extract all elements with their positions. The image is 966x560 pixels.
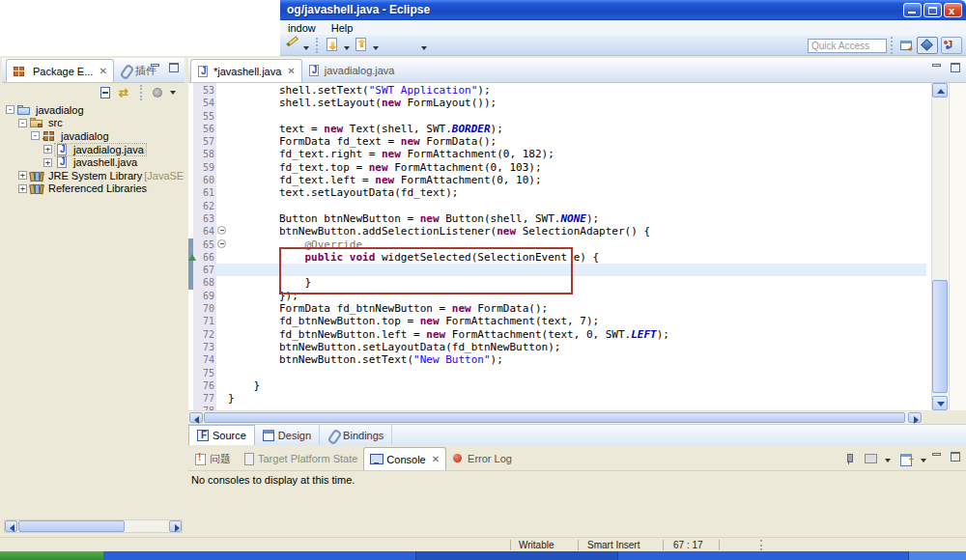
next-annotation-icon[interactable] xyxy=(325,37,341,53)
code-line-56: text = new Text(shell, SWT.BORDER); xyxy=(228,123,669,135)
windowbuilder-perspective-button[interactable] xyxy=(917,37,938,54)
link-with-editor-icon[interactable]: ⇄ xyxy=(118,87,132,99)
tree-item-javashell-java[interactable]: +Jjavashell.java xyxy=(2,155,185,169)
close-icon[interactable]: ✕ xyxy=(287,66,295,76)
maximize-view-icon[interactable] xyxy=(168,63,181,73)
annotation-pencil-icon[interactable] xyxy=(284,37,300,53)
previous-annotation-icon[interactable] xyxy=(354,37,370,53)
collapse-all-icon[interactable] xyxy=(99,87,113,99)
collapse-icon[interactable]: - xyxy=(18,119,27,127)
filters-gear-icon[interactable] xyxy=(151,87,165,99)
package-explorer-tab-label: Package E... xyxy=(33,66,93,77)
tab-target-platform-state[interactable]: Target Platform State xyxy=(237,447,363,470)
close-icon[interactable]: ✕ xyxy=(432,454,440,464)
tree-item-src[interactable]: -Jsrc xyxy=(2,117,185,130)
menu-help[interactable]: Help xyxy=(324,22,361,34)
expand-icon[interactable]: + xyxy=(43,158,52,167)
java-perspective-button[interactable]: J xyxy=(941,37,962,54)
package-explorer-tree: -Jjavadialog-Jsrc-Jjavadialog+Jjavadialo… xyxy=(2,103,185,518)
windows-taskbar xyxy=(0,551,966,560)
view-menu-icon[interactable] xyxy=(170,91,176,95)
expand-icon[interactable]: + xyxy=(43,145,52,154)
code-line-57: FormData fd_text = new FormData(); xyxy=(228,135,669,148)
tab-javashell[interactable]: J *javashell.java ✕ xyxy=(190,59,302,82)
code-line-63: Button btnNewButton = new Button(shell, … xyxy=(228,212,669,225)
java-file-icon: J xyxy=(308,65,321,76)
taskbar-task-button[interactable] xyxy=(415,551,618,560)
fold-collapse-icon[interactable] xyxy=(217,226,226,235)
last-edit-location-icon[interactable] xyxy=(383,37,399,53)
restore-window-button[interactable] xyxy=(923,3,942,17)
display-console-dropdown-icon[interactable] xyxy=(885,459,891,462)
open-console-dropdown-icon[interactable] xyxy=(921,459,926,462)
collapse-icon[interactable]: - xyxy=(6,105,14,114)
src-icon: J xyxy=(30,117,43,128)
code-line-70: FormData fd_btnNewButton = new FormData(… xyxy=(228,302,669,315)
line-number: 72 xyxy=(193,328,214,341)
line-number: 57 xyxy=(193,135,214,148)
tab-javadialog[interactable]: J javadialog.java xyxy=(302,59,401,82)
fold-collapse-icon[interactable] xyxy=(217,239,226,248)
menu-window[interactable]: indow xyxy=(280,22,324,34)
close-icon[interactable]: ✕ xyxy=(99,66,106,76)
maximize-view-icon[interactable] xyxy=(950,63,962,73)
minimize-view-icon[interactable] xyxy=(931,63,944,73)
line-number: 76 xyxy=(193,379,214,392)
tab-console[interactable]: Console ✕ xyxy=(363,447,446,470)
tree-item-javadialog[interactable]: -Jjavadialog xyxy=(2,103,185,117)
tree-item-javadialog-java[interactable]: +Jjavadialog.java xyxy=(2,143,185,156)
tab-bindings[interactable]: Bindings xyxy=(320,425,392,445)
tab-source[interactable]: Source xyxy=(188,425,255,445)
expand-icon[interactable]: + xyxy=(18,171,27,180)
status-drag-handle xyxy=(760,540,762,550)
tab-design[interactable]: Design xyxy=(255,425,320,445)
line-numbers: 5354555657585960616263646566676869707172… xyxy=(193,84,214,410)
code-line-72: fd_btnNewButton.left = new FormAttachmen… xyxy=(228,328,669,341)
package-icon: J xyxy=(43,130,56,142)
jfile-icon: J xyxy=(55,156,69,168)
code-line-74: btnNewButton.setText("New Button"); xyxy=(228,353,669,366)
tree-item-jre-system-library[interactable]: +JJRE System Library [JavaSE-1. xyxy=(2,169,185,182)
open-console-icon[interactable] xyxy=(899,453,913,464)
console-toolbar xyxy=(842,453,927,464)
maximize-view-icon[interactable] xyxy=(950,452,962,462)
previous-annotation-dropdown-icon[interactable] xyxy=(373,46,379,50)
pencil-dropdown-icon[interactable] xyxy=(303,46,309,50)
back-icon[interactable] xyxy=(402,37,418,53)
tree-item-label: Referenced Libraries xyxy=(46,182,149,194)
tree-item-referenced-libraries[interactable]: +JReferenced Libraries xyxy=(2,182,185,196)
package-explorer-view: Package E... ✕ 插件 ⇄ -Jjavadialog-Jsrc-Jj… xyxy=(2,58,185,535)
start-button[interactable] xyxy=(0,551,103,560)
tab-package-explorer[interactable]: Package E... ✕ xyxy=(6,59,114,82)
code-line-62 xyxy=(228,200,669,212)
package-explorer-hscrollbar[interactable] xyxy=(4,519,183,533)
open-perspective-icon[interactable]: + xyxy=(897,38,914,54)
display-selected-console-icon[interactable] xyxy=(864,453,877,464)
code-editor[interactable]: 5354555657585960616263646566676869707172… xyxy=(188,83,966,410)
tree-item-label: javadialog xyxy=(59,130,111,142)
editor-hscrollbar[interactable] xyxy=(188,410,923,424)
line-number: 66 xyxy=(193,251,214,264)
line-number: 70 xyxy=(193,302,214,315)
tab-problems[interactable]: 问题 xyxy=(188,447,237,470)
menubar: indow Help xyxy=(280,20,966,35)
back-dropdown-icon[interactable] xyxy=(421,46,427,50)
close-window-button[interactable]: x xyxy=(944,3,962,17)
minimize-view-icon[interactable] xyxy=(931,452,944,462)
next-annotation-dropdown-icon[interactable] xyxy=(344,46,350,50)
overview-ruler[interactable] xyxy=(949,83,966,410)
code-line-64: btnNewButton.addSelectionListener(new Se… xyxy=(228,225,669,238)
code-line-55 xyxy=(228,110,669,123)
pin-console-icon[interactable] xyxy=(842,453,856,464)
collapse-icon[interactable]: - xyxy=(31,131,40,140)
code-line-71: fd_btnNewButton.top = new FormAttachment… xyxy=(228,315,669,327)
library-icon: J xyxy=(30,182,43,194)
error-log-tab-label: Error Log xyxy=(468,453,512,464)
editor-vscrollbar[interactable] xyxy=(931,83,948,410)
expand-icon[interactable]: + xyxy=(18,184,27,193)
quick-access-input[interactable] xyxy=(808,39,887,53)
tree-item-javadialog[interactable]: -Jjavadialog xyxy=(2,129,185,143)
minimize-window-button[interactable] xyxy=(903,3,922,17)
minimize-view-icon[interactable] xyxy=(150,63,162,73)
tab-error-log[interactable]: Error Log xyxy=(446,447,518,470)
